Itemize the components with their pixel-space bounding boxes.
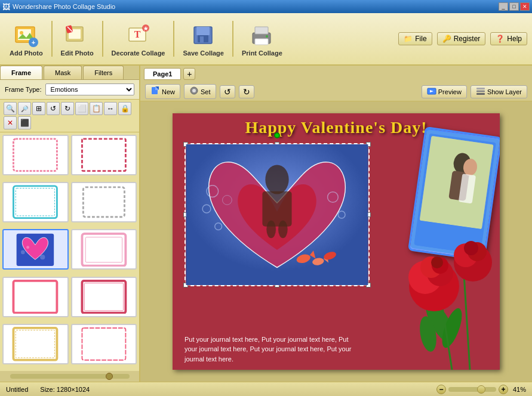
titlebar: 🖼 Wondershare Photo Collage Studio _ □ ✕: [0, 0, 532, 13]
rotate-right-btn[interactable]: ↻: [61, 102, 74, 115]
panel-scrollbar-thumb[interactable]: [106, 373, 113, 380]
frame-type-row: Frame Type: Emotions Basic Holiday Natur…: [0, 80, 139, 100]
help-button[interactable]: ❓ Help: [490, 32, 527, 45]
edit-photo-button[interactable]: Edit Photo: [56, 18, 99, 59]
svg-rect-38: [82, 328, 125, 360]
sep3: [173, 21, 174, 57]
journal-text[interactable]: Put your journal text here, Put your jou…: [184, 335, 352, 364]
add-photo-icon: +: [12, 21, 41, 50]
show-layer-icon: [476, 87, 485, 97]
help-icon: ❓: [496, 35, 505, 43]
print-collage-button[interactable]: Print Collage: [237, 18, 287, 59]
canvas[interactable]: Happy Valentine's Day! ✛: [173, 113, 500, 370]
copy-btn[interactable]: 📋: [90, 102, 103, 115]
tab-filters[interactable]: Filters: [83, 66, 124, 79]
add-page-button[interactable]: +: [183, 68, 195, 80]
minimize-btn[interactable]: _: [499, 2, 508, 11]
svg-rect-26: [83, 187, 124, 217]
svg-rect-32: [85, 237, 122, 262]
frame-item-9[interactable]: [2, 324, 69, 364]
svg-rect-63: [262, 191, 291, 227]
frame-item-3[interactable]: [2, 182, 69, 222]
zoom-level: 41%: [513, 386, 526, 393]
svg-point-30: [40, 255, 45, 259]
undo-btn[interactable]: ↺: [220, 85, 235, 98]
preview-button[interactable]: Preview: [422, 85, 467, 98]
zoom-thumb[interactable]: [477, 385, 485, 394]
canvas-toolbar-right: Preview Show Layer: [422, 85, 527, 98]
svg-point-62: [265, 165, 288, 194]
rotate-left-btn[interactable]: ↺: [47, 102, 60, 115]
register-button[interactable]: 🔑 Register: [437, 32, 486, 45]
svg-text:+: +: [32, 39, 35, 46]
frame-item-2[interactable]: [71, 135, 137, 175]
frame-type-select[interactable]: Emotions Basic Holiday Nature Wedding: [45, 83, 134, 95]
set-icon: [189, 86, 199, 97]
frame-item-6[interactable]: [71, 229, 137, 270]
tab-frame[interactable]: Frame: [0, 66, 42, 79]
file-button[interactable]: 📁 File: [398, 32, 432, 45]
page-tabs: Page1 +: [140, 66, 532, 82]
svg-point-29: [21, 250, 25, 254]
svg-rect-36: [14, 328, 57, 360]
add-photo-button[interactable]: + Add Photo: [5, 18, 48, 59]
redo-btn[interactable]: ↻: [239, 85, 254, 98]
page-tab-1[interactable]: Page1: [144, 68, 181, 80]
close-btn[interactable]: ✕: [520, 2, 530, 11]
svg-rect-17: [200, 36, 204, 42]
crop-btn[interactable]: ⬛: [18, 116, 31, 129]
print-collage-icon: [248, 21, 276, 50]
panel-scrollbar[interactable]: [10, 374, 130, 379]
decorate-collage-label: Decorate Collage: [112, 50, 165, 57]
heart-frame-content: [186, 144, 368, 285]
flip-btn[interactable]: ↔: [104, 102, 117, 115]
titlebar-controls[interactable]: _ □ ✕: [499, 2, 530, 11]
zoom-in-btn[interactable]: +: [499, 385, 508, 394]
show-layer-label: Show Layer: [487, 88, 522, 95]
maximize-btn[interactable]: □: [509, 2, 519, 11]
zoom-out-btn[interactable]: −: [436, 385, 446, 394]
sep2: [102, 21, 103, 57]
svg-point-89: [464, 241, 478, 255]
new-icon: [150, 86, 160, 97]
frame-item-10[interactable]: [71, 324, 137, 364]
zoom-in-btn[interactable]: 🔍: [4, 102, 17, 115]
svg-rect-25: [16, 188, 55, 216]
svg-rect-24: [14, 186, 57, 218]
panel-scroll-indicator: [0, 371, 139, 382]
file-label: File: [415, 35, 426, 43]
frame-item-1[interactable]: [2, 135, 69, 175]
frame-item-5[interactable]: [2, 229, 69, 270]
handle-rotate[interactable]: [274, 132, 280, 138]
heart-frame[interactable]: ✛: [184, 143, 370, 286]
rose-decoration: [380, 203, 500, 370]
decorate-collage-button[interactable]: T ★ Decorate Collage: [107, 18, 170, 59]
svg-point-85: [431, 256, 443, 268]
svg-point-65: [278, 221, 288, 238]
canvas-size: Size: 1280×1024: [40, 386, 90, 393]
svg-rect-35: [84, 283, 123, 311]
save-collage-button[interactable]: Save Collage: [178, 18, 228, 59]
svg-rect-33: [14, 281, 57, 313]
frame-item-8[interactable]: [71, 277, 137, 317]
decorate-collage-icon: T ★: [124, 21, 153, 50]
frame-item-7[interactable]: [2, 277, 69, 317]
svg-rect-15: [196, 27, 210, 35]
show-layer-button[interactable]: Show Layer: [471, 85, 527, 98]
zoom-out-btn[interactable]: 🔎: [18, 102, 31, 115]
zoom-slider[interactable]: [448, 387, 496, 392]
new-tool-btn[interactable]: New: [145, 84, 180, 99]
file-icon: 📁: [404, 35, 413, 43]
tab-mask[interactable]: Mask: [44, 66, 82, 79]
delete-btn[interactable]: ✕: [4, 116, 17, 129]
border-btn[interactable]: ⬜: [75, 102, 88, 115]
set-tool-btn[interactable]: Set: [184, 84, 216, 99]
app-icon: 🖼: [2, 2, 10, 11]
lock-btn[interactable]: 🔒: [118, 102, 131, 115]
svg-rect-34: [82, 281, 125, 313]
frame-item-4[interactable]: [71, 182, 137, 222]
svg-rect-49: [476, 93, 485, 95]
canvas-area: Page1 + New: [140, 66, 532, 382]
fit-btn[interactable]: ⊞: [32, 102, 45, 115]
toolbar: + Add Photo Edit Photo T ★ Decorate Coll: [0, 13, 532, 66]
